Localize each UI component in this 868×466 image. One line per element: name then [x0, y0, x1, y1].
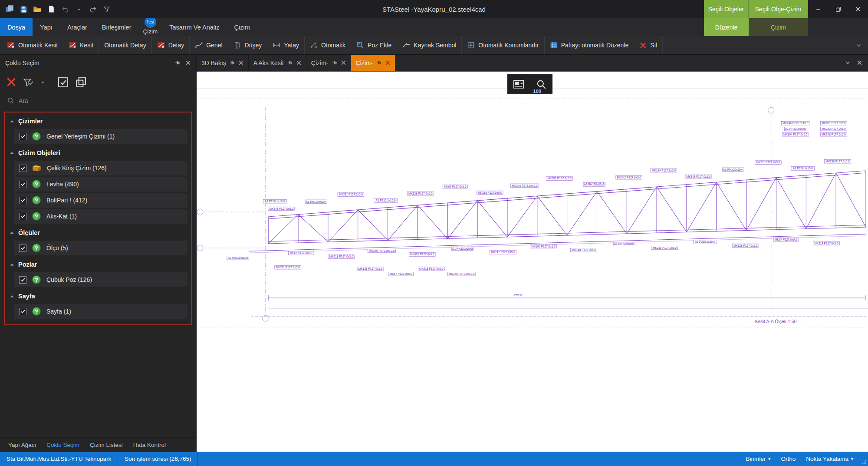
menu-label: Çizim [143, 28, 158, 35]
zoom-button[interactable]: 100 [530, 74, 552, 94]
svg-text:A1 P216.1x10.0: A1 P216.1x10.0 [793, 167, 813, 170]
filter-dropdown[interactable] [41, 80, 45, 84]
ribbon-label: Otomatik Konumlandır [478, 42, 539, 49]
page-button[interactable] [45, 3, 57, 16]
svg-text:A1 RH120x60x5: A1 RH120x60x5 [584, 183, 605, 186]
tree-group-pozlar[interactable]: Pozlar [8, 257, 189, 271]
status-nokta-yakalama[interactable]: Nokta Yakalama▾ [806, 456, 853, 462]
ribbon-poz-ekle[interactable]: Poz Ekle [351, 36, 397, 54]
ribbon-label: Otomatik Detay [104, 42, 146, 49]
ribbon-otomatik[interactable]: AOtomatik [305, 36, 351, 54]
tree-item-ubuk-poz-126[interactable]: ?Çubuk Poz (126) [14, 272, 187, 287]
chevron-down-icon[interactable] [845, 60, 850, 65]
drawing-canvas[interactable]: 26530MK148 P127.0x5.0A1 RH120x60x4MK211 … [197, 72, 868, 452]
funnel-button[interactable] [101, 3, 113, 16]
ribbon-kesit[interactable]: Kesit [63, 36, 99, 54]
close-icon[interactable] [239, 60, 243, 65]
tree-item-levha-490[interactable]: ?Levha (490) [14, 177, 187, 192]
status-ortho[interactable]: Ortho [781, 456, 796, 462]
resize-grip-icon[interactable] [861, 459, 867, 465]
redo-button[interactable] [87, 3, 99, 16]
close-icon[interactable] [186, 60, 191, 65]
pin-icon[interactable] [287, 60, 293, 66]
checkbox[interactable] [19, 276, 26, 284]
panel-tab-oklu-se-im[interactable]: Çoklu Seçim [42, 442, 84, 448]
context-tab-d-zenle[interactable]: Düzenle [704, 18, 749, 36]
ribbon-genel[interactable]: Genel [190, 36, 228, 54]
ribbon-expand-button[interactable] [849, 36, 868, 54]
doc-tab-izim-2[interactable]: Çizim- [306, 55, 351, 71]
menu-ara-lar[interactable]: Araçlar [60, 18, 95, 36]
ribbon-detay[interactable]: Detay [152, 36, 190, 54]
save-button[interactable] [17, 3, 30, 16]
item-label: Çelik Kiriş Çizim (126) [47, 165, 107, 172]
ribbon-kaynak-sembol[interactable]: Kaynak Sembol [397, 36, 462, 54]
panel-caption: Çoklu Seçim [0, 55, 197, 71]
tree-group-izimler[interactable]: Çizimler [8, 113, 189, 128]
ribbon-otomatik-kesit[interactable]: Otomatik Kesit [2, 36, 63, 54]
checkbox[interactable] [19, 213, 26, 220]
search-input[interactable]: Ara [2, 93, 194, 108]
pin-icon[interactable] [376, 60, 382, 66]
minimize-button[interactable] [808, 0, 828, 18]
tree-group-izim-objeleri[interactable]: Çizim Objeleri [8, 145, 189, 159]
menu-tasar-m-ve-analiz[interactable]: Tasarım Ve Analiz [162, 18, 227, 36]
ribbon-yatay[interactable]: Yatay [267, 36, 305, 54]
pin-icon[interactable] [175, 60, 181, 66]
doc-tab-a-aks-kesit-1[interactable]: A Aks Kesit [249, 55, 306, 71]
folder-button[interactable] [31, 3, 43, 16]
close-icon[interactable] [385, 60, 390, 65]
doc-tab-3d-bak-0[interactable]: 3D Bakış [197, 55, 249, 71]
checkbox[interactable] [19, 133, 26, 140]
undo-button[interactable] [59, 3, 71, 16]
window-controls [808, 0, 868, 18]
tree-group-l-ler[interactable]: Ölçüler [8, 225, 189, 239]
ribbon-d-ey[interactable]: Düşey [228, 36, 268, 54]
ribbon-otomatik-detay[interactable]: Otomatik Detay [99, 36, 151, 54]
tree-item-genel-yerle-im-izimi-1[interactable]: ?Genel Yerleşim Çizimi (1) [14, 129, 187, 144]
close-icon[interactable] [341, 60, 346, 65]
caret-button[interactable] [73, 3, 85, 16]
filter-button[interactable] [23, 78, 34, 86]
select-all-button[interactable] [58, 77, 69, 88]
checkbox[interactable] [19, 308, 26, 315]
pin-icon[interactable] [230, 60, 235, 66]
menu-yap[interactable]: Yapı [33, 18, 60, 36]
menu-dosya[interactable]: Dosya [0, 18, 33, 36]
menu-birle-imler[interactable]: Birleşimler [95, 18, 139, 36]
clear-selection-button[interactable] [6, 77, 16, 87]
restore-button[interactable] [828, 0, 848, 18]
status-birimler[interactable]: Birimler▾ [746, 456, 771, 462]
menu-izim[interactable]: Çizim [227, 18, 257, 36]
context-tab-izim[interactable]: Çizim [749, 18, 808, 36]
ribbon-otomatik-konumland-r[interactable]: Otomatik Konumlandır [462, 36, 544, 54]
copy-selection-button[interactable] [76, 77, 86, 88]
pin-icon[interactable] [332, 60, 338, 66]
tri-up-icon [10, 231, 14, 235]
menu-test-izim[interactable]: TestÇizim [138, 18, 162, 36]
checkbox[interactable] [19, 165, 26, 172]
drawing-viewport[interactable]: 26530MK148 P127.0x5.0A1 RH120x60x4MK211 … [197, 71, 868, 452]
tree-item-sayfa-1[interactable]: ?Sayfa (1) [14, 304, 187, 319]
close-icon[interactable] [857, 60, 862, 65]
checkbox[interactable] [19, 245, 26, 252]
tree-item-aks-kat-1[interactable]: ?Aks-Kat (1) [14, 209, 187, 224]
doc-tab-izim-3[interactable]: Çizim- [351, 55, 396, 71]
tree-item-elik-kiri-izim-126[interactable]: Çelik Kiriş Çizim (126) [14, 161, 187, 175]
tree-group-sayfa[interactable]: Sayfa [8, 288, 189, 303]
restore-icon [835, 7, 841, 12]
titlebar-tab-se-ili-obje-izim[interactable]: Seçili Obje-Çizim [749, 0, 808, 18]
close-icon[interactable] [296, 60, 301, 65]
close-button[interactable] [848, 0, 868, 18]
titlebar-tab-se-ili-objeler[interactable]: Seçili Objeler [704, 0, 749, 18]
tree-item-l-5[interactable]: ?Ölçü (5) [14, 241, 187, 255]
checkbox[interactable] [19, 181, 26, 188]
panel-tab-izim-listesi[interactable]: Çizim Listesi [85, 442, 128, 448]
ribbon-sil[interactable]: Sil [634, 36, 663, 54]
checkbox[interactable] [19, 197, 26, 204]
ribbon-paftay-otomatik-d-zenle[interactable]: Paftayı otomatik Düzenle [545, 36, 635, 54]
panel-tab-yap-a-ac[interactable]: Yapı Ağacı [3, 442, 41, 448]
tree-item-boltpart-412[interactable]: ?BoltPart ! (412) [14, 193, 187, 208]
sheet-layout-button[interactable] [507, 74, 530, 94]
panel-tab-hata-kontrol[interactable]: Hata Kontrol [128, 442, 171, 448]
